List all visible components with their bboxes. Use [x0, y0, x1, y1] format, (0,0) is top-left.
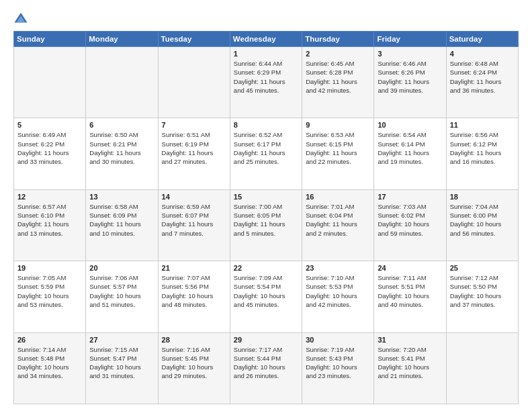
day-detail: Sunrise: 7:12 AM Sunset: 5:50 PM Dayligh… — [450, 273, 515, 309]
logo-icon — [13, 11, 28, 26]
day-number: 19 — [17, 264, 82, 272]
calendar-cell: 10Sunrise: 6:54 AM Sunset: 6:14 PM Dayli… — [374, 118, 446, 189]
calendar-cell: 1Sunrise: 6:44 AM Sunset: 6:29 PM Daylig… — [230, 47, 302, 118]
day-number: 18 — [450, 193, 515, 201]
day-number: 20 — [89, 264, 154, 272]
header-cell-sunday: Sunday — [14, 32, 86, 47]
day-detail: Sunrise: 6:45 AM Sunset: 6:28 PM Dayligh… — [306, 59, 370, 95]
day-detail: Sunrise: 6:48 AM Sunset: 6:24 PM Dayligh… — [450, 59, 515, 95]
calendar-cell — [158, 47, 230, 118]
day-number: 29 — [234, 336, 298, 344]
day-detail: Sunrise: 7:06 AM Sunset: 5:57 PM Dayligh… — [89, 273, 154, 309]
day-detail: Sunrise: 7:14 AM Sunset: 5:48 PM Dayligh… — [17, 345, 82, 381]
calendar-cell: 13Sunrise: 6:58 AM Sunset: 6:09 PM Dayli… — [86, 189, 158, 261]
calendar-cell: 30Sunrise: 7:19 AM Sunset: 5:43 PM Dayli… — [302, 332, 374, 404]
day-detail: Sunrise: 7:11 AM Sunset: 5:51 PM Dayligh… — [378, 273, 442, 309]
calendar-week-1: 1Sunrise: 6:44 AM Sunset: 6:29 PM Daylig… — [14, 47, 519, 118]
header-cell-wednesday: Wednesday — [230, 32, 302, 47]
calendar-cell: 24Sunrise: 7:11 AM Sunset: 5:51 PM Dayli… — [374, 261, 446, 332]
day-number: 26 — [17, 336, 82, 344]
calendar-cell: 18Sunrise: 7:04 AM Sunset: 6:00 PM Dayli… — [446, 189, 518, 261]
day-number: 2 — [306, 50, 370, 58]
calendar-cell — [446, 332, 518, 404]
day-number: 17 — [378, 193, 442, 201]
calendar-cell: 15Sunrise: 7:00 AM Sunset: 6:05 PM Dayli… — [230, 189, 302, 261]
day-detail: Sunrise: 7:10 AM Sunset: 5:53 PM Dayligh… — [306, 273, 370, 309]
day-number: 9 — [306, 121, 370, 129]
day-detail: Sunrise: 7:04 AM Sunset: 6:00 PM Dayligh… — [450, 202, 515, 238]
day-number: 3 — [378, 50, 442, 58]
calendar-week-5: 26Sunrise: 7:14 AM Sunset: 5:48 PM Dayli… — [14, 332, 519, 404]
day-detail: Sunrise: 7:03 AM Sunset: 6:02 PM Dayligh… — [378, 202, 442, 238]
calendar-cell: 9Sunrise: 6:53 AM Sunset: 6:15 PM Daylig… — [302, 118, 374, 189]
calendar-cell: 21Sunrise: 7:07 AM Sunset: 5:56 PM Dayli… — [158, 261, 230, 332]
calendar-cell: 29Sunrise: 7:17 AM Sunset: 5:44 PM Dayli… — [230, 332, 302, 404]
day-detail: Sunrise: 6:58 AM Sunset: 6:09 PM Dayligh… — [89, 202, 154, 238]
day-detail: Sunrise: 7:09 AM Sunset: 5:54 PM Dayligh… — [234, 273, 298, 309]
day-detail: Sunrise: 7:07 AM Sunset: 5:56 PM Dayligh… — [162, 273, 226, 309]
calendar-cell — [14, 47, 86, 118]
calendar-cell: 23Sunrise: 7:10 AM Sunset: 5:53 PM Dayli… — [302, 261, 374, 332]
day-number: 13 — [89, 193, 154, 201]
calendar-cell: 26Sunrise: 7:14 AM Sunset: 5:48 PM Dayli… — [14, 332, 86, 404]
header-row: SundayMondayTuesdayWednesdayThursdayFrid… — [14, 32, 519, 47]
calendar-cell: 19Sunrise: 7:05 AM Sunset: 5:59 PM Dayli… — [14, 261, 86, 332]
day-number: 24 — [378, 264, 442, 272]
day-number: 12 — [17, 193, 82, 201]
day-number: 11 — [450, 121, 515, 129]
calendar-cell: 2Sunrise: 6:45 AM Sunset: 6:28 PM Daylig… — [302, 47, 374, 118]
header-cell-monday: Monday — [86, 32, 158, 47]
calendar-cell: 28Sunrise: 7:16 AM Sunset: 5:45 PM Dayli… — [158, 332, 230, 404]
calendar-week-3: 12Sunrise: 6:57 AM Sunset: 6:10 PM Dayli… — [14, 189, 519, 261]
header — [13, 11, 519, 26]
day-detail: Sunrise: 7:01 AM Sunset: 6:04 PM Dayligh… — [306, 202, 370, 238]
day-detail: Sunrise: 7:00 AM Sunset: 6:05 PM Dayligh… — [234, 202, 298, 238]
day-detail: Sunrise: 6:53 AM Sunset: 6:15 PM Dayligh… — [306, 130, 370, 166]
day-number: 31 — [378, 336, 442, 344]
day-number: 30 — [306, 336, 370, 344]
day-detail: Sunrise: 7:19 AM Sunset: 5:43 PM Dayligh… — [306, 345, 370, 381]
day-number: 5 — [17, 121, 82, 129]
header-cell-thursday: Thursday — [302, 32, 374, 47]
day-number: 27 — [89, 336, 154, 344]
day-detail: Sunrise: 6:56 AM Sunset: 6:12 PM Dayligh… — [450, 130, 515, 166]
header-cell-tuesday: Tuesday — [158, 32, 230, 47]
calendar-body: 1Sunrise: 6:44 AM Sunset: 6:29 PM Daylig… — [14, 47, 519, 404]
calendar-cell — [86, 47, 158, 118]
calendar-cell: 27Sunrise: 7:15 AM Sunset: 5:47 PM Dayli… — [86, 332, 158, 404]
logo — [13, 11, 31, 26]
day-detail: Sunrise: 6:51 AM Sunset: 6:19 PM Dayligh… — [162, 130, 226, 166]
calendar-header: SundayMondayTuesdayWednesdayThursdayFrid… — [14, 32, 519, 47]
day-detail: Sunrise: 6:59 AM Sunset: 6:07 PM Dayligh… — [162, 202, 226, 238]
page: SundayMondayTuesdayWednesdayThursdayFrid… — [0, 0, 532, 411]
day-detail: Sunrise: 6:49 AM Sunset: 6:22 PM Dayligh… — [17, 130, 82, 166]
day-detail: Sunrise: 7:16 AM Sunset: 5:45 PM Dayligh… — [162, 345, 226, 381]
day-number: 14 — [162, 193, 226, 201]
header-cell-saturday: Saturday — [446, 32, 518, 47]
day-detail: Sunrise: 6:46 AM Sunset: 6:26 PM Dayligh… — [378, 59, 442, 95]
day-detail: Sunrise: 7:17 AM Sunset: 5:44 PM Dayligh… — [234, 345, 298, 381]
header-cell-friday: Friday — [374, 32, 446, 47]
day-number: 4 — [450, 50, 515, 58]
day-number: 21 — [162, 264, 226, 272]
day-detail: Sunrise: 6:54 AM Sunset: 6:14 PM Dayligh… — [378, 130, 442, 166]
calendar-cell: 4Sunrise: 6:48 AM Sunset: 6:24 PM Daylig… — [446, 47, 518, 118]
day-number: 6 — [89, 121, 154, 129]
day-detail: Sunrise: 6:44 AM Sunset: 6:29 PM Dayligh… — [234, 59, 298, 95]
day-number: 10 — [378, 121, 442, 129]
calendar-cell: 20Sunrise: 7:06 AM Sunset: 5:57 PM Dayli… — [86, 261, 158, 332]
calendar-cell: 7Sunrise: 6:51 AM Sunset: 6:19 PM Daylig… — [158, 118, 230, 189]
day-number: 7 — [162, 121, 226, 129]
day-detail: Sunrise: 7:05 AM Sunset: 5:59 PM Dayligh… — [17, 273, 82, 309]
day-detail: Sunrise: 6:57 AM Sunset: 6:10 PM Dayligh… — [17, 202, 82, 238]
calendar-cell: 3Sunrise: 6:46 AM Sunset: 6:26 PM Daylig… — [374, 47, 446, 118]
day-number: 8 — [234, 121, 298, 129]
day-number: 1 — [234, 50, 298, 58]
calendar-cell: 8Sunrise: 6:52 AM Sunset: 6:17 PM Daylig… — [230, 118, 302, 189]
day-detail: Sunrise: 7:20 AM Sunset: 5:41 PM Dayligh… — [378, 345, 442, 381]
day-detail: Sunrise: 6:52 AM Sunset: 6:17 PM Dayligh… — [234, 130, 298, 166]
day-number: 22 — [234, 264, 298, 272]
day-number: 15 — [234, 193, 298, 201]
calendar-cell: 17Sunrise: 7:03 AM Sunset: 6:02 PM Dayli… — [374, 189, 446, 261]
day-number: 16 — [306, 193, 370, 201]
